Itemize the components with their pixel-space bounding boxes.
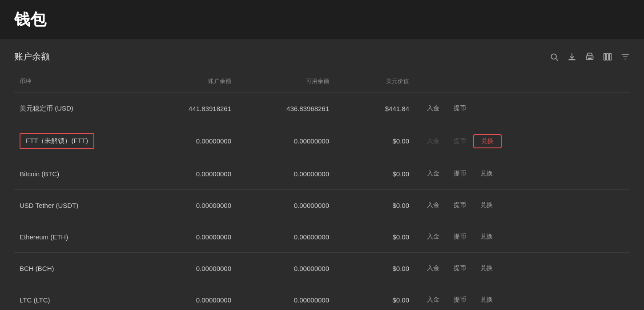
usd-value-cell: $0.00 [334,190,415,221]
table-row: BCH (BCH)0.000000000.00000000$0.00入金提币兑换 [14,253,630,284]
col-header-currency: 币种 [14,70,139,93]
account-balance-cell: 0.00000000 [139,158,237,190]
ftt-name-highlight: FTT（未解锁）(FTT) [20,133,94,149]
account-balance-cell: 0.00000000 [139,253,237,284]
exchange-button[interactable]: 兑换 [473,167,500,180]
currency-cell: USD Tether (USDT) [14,190,139,221]
currency-cell: FTT（未解锁）(FTT) [14,124,139,158]
actions-cell: 入金提币兑换 [415,221,630,253]
actions-cell: 入金提币兑换 [415,158,630,190]
table-row: Ethereum (ETH)0.000000000.00000000$0.00入… [14,221,630,253]
withdraw-button[interactable]: 提币 [447,230,473,243]
deposit-button[interactable]: 入金 [420,230,447,243]
account-balance-cell: 0.00000000 [139,221,237,253]
currency-cell: Ethereum (ETH) [14,221,139,253]
svg-rect-4 [588,57,592,59]
search-icon[interactable] [550,52,559,61]
balances-table: 币种 账户余额 可用余额 美元价值 美元稳定币 (USD)441.8391826… [14,70,630,310]
available-balance-cell: 0.00000000 [237,190,334,221]
exchange-button[interactable]: 兑换 [473,262,500,275]
main-content: 账户余额 [0,40,644,310]
currency-cell: BCH (BCH) [14,253,139,284]
svg-line-1 [556,58,558,60]
exchange-button[interactable]: 兑换 [473,293,500,306]
withdraw-button[interactable]: 提币 [447,102,473,115]
deposit-button[interactable]: 入金 [420,293,447,306]
deposit-button[interactable]: 入金 [420,102,447,115]
deposit-button[interactable]: 入金 [420,167,447,180]
table-container: 币种 账户余额 可用余额 美元价值 美元稳定币 (USD)441.8391826… [0,70,644,310]
usd-value-cell: $441.84 [334,93,415,124]
actions-cell: 入金提币 [415,93,630,124]
exchange-button[interactable]: 兑换 [473,134,502,148]
actions-cell: 入金提币兑换 [415,253,630,284]
table-row: 美元稳定币 (USD)441.83918261436.83968261$441.… [14,93,630,124]
svg-rect-7 [607,53,608,60]
section-header: 账户余额 [0,40,644,70]
print-icon[interactable] [585,52,594,61]
withdraw-button[interactable]: 提币 [447,293,473,306]
usd-value-cell: $0.00 [334,284,415,310]
account-balance-cell: 441.83918261 [139,93,237,124]
filter-icon[interactable] [621,52,630,61]
usd-value-cell: $0.00 [334,221,415,253]
table-row: Bitcoin (BTC)0.000000000.00000000$0.00入金… [14,158,630,190]
actions-cell: 入金提币兑换 [415,124,630,158]
deposit-button: 入金 [420,135,447,148]
available-balance-cell: 0.00000000 [237,284,334,310]
col-header-usd-value: 美元价值 [334,70,415,93]
currency-cell: 美元稳定币 (USD) [14,93,139,124]
col-header-available-balance: 可用余额 [237,70,334,93]
withdraw-button[interactable]: 提币 [447,262,473,275]
usd-value-cell: $0.00 [334,158,415,190]
account-balance-cell: 0.00000000 [139,190,237,221]
withdraw-button: 提币 [447,135,473,148]
exchange-button[interactable]: 兑换 [473,199,500,212]
available-balance-cell: 0.00000000 [237,158,334,190]
actions-cell: 入金提币兑换 [415,284,630,310]
available-balance-cell: 0.00000000 [237,253,334,284]
currency-cell: LTC (LTC) [14,284,139,310]
currency-cell: Bitcoin (BTC) [14,158,139,190]
account-balance-cell: 0.00000000 [139,124,237,158]
exchange-button[interactable]: 兑换 [473,230,500,243]
account-balance-cell: 0.00000000 [139,284,237,310]
toolbar [550,52,630,61]
table-row: USD Tether (USDT)0.000000000.00000000$0.… [14,190,630,221]
withdraw-button[interactable]: 提币 [447,199,473,212]
svg-point-5 [592,56,592,57]
svg-rect-8 [609,53,611,60]
usd-value-cell: $0.00 [334,253,415,284]
table-header-row: 币种 账户余额 可用余额 美元价值 [14,70,630,93]
available-balance-cell: 0.00000000 [237,221,334,253]
deposit-button[interactable]: 入金 [420,199,447,212]
download-icon[interactable] [568,52,576,61]
usd-value-cell: $0.00 [334,124,415,158]
section-title: 账户余额 [14,51,50,63]
actions-cell: 入金提币兑换 [415,190,630,221]
table-row: FTT（未解锁）(FTT)0.000000000.00000000$0.00入金… [14,124,630,158]
available-balance-cell: 436.83968261 [237,93,334,124]
svg-rect-6 [604,53,606,60]
columns-icon[interactable] [603,52,612,61]
deposit-button[interactable]: 入金 [420,262,447,275]
page-header: 钱包 [0,0,644,40]
svg-rect-2 [588,53,592,56]
col-header-account-balance: 账户余额 [139,70,237,93]
withdraw-button[interactable]: 提币 [447,167,473,180]
page-title: 钱包 [14,9,630,31]
available-balance-cell: 0.00000000 [237,124,334,158]
table-row: LTC (LTC)0.000000000.00000000$0.00入金提币兑换 [14,284,630,310]
